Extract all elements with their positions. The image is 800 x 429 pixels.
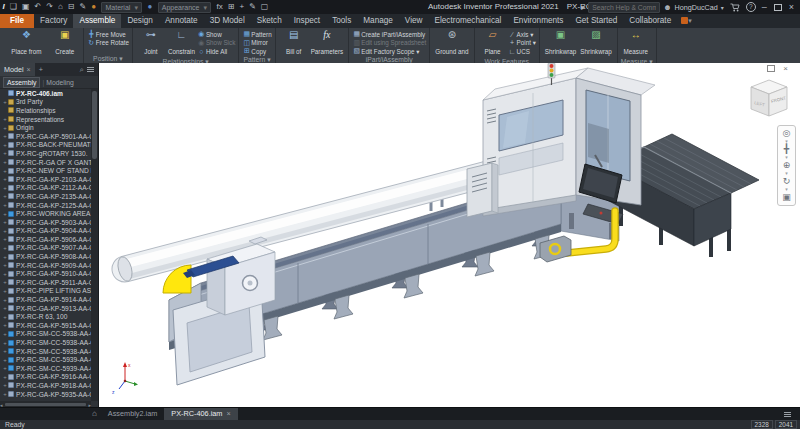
add-browser-tab-button[interactable]: + — [35, 65, 47, 74]
viewport[interactable]: x z × LEFT FRONT ◎▾ ╋▾ ⊕▾ ↻▾ ▣ — [99, 63, 800, 408]
tree-node[interactable]: + PX-RC-SM-CC-5938-AA-COLOUR( — [0, 347, 91, 356]
material-dropdown[interactable]: Material▾ — [101, 2, 141, 13]
appearance-dropdown[interactable]: Appearance▾ — [158, 2, 211, 13]
redo-icon[interactable]: ↷ — [46, 2, 53, 12]
tree-node[interactable]: + PX-RC-GA-KP-5915-AA-COLOUR — [0, 321, 91, 330]
ribbon-overflow-icon[interactable]: ▾ — [681, 14, 692, 28]
menu-icon[interactable] — [87, 66, 94, 73]
tree-node[interactable]: + Representations — [0, 115, 91, 124]
ribbon-tab[interactable]: Annotate — [159, 14, 204, 28]
user-name[interactable]: HongDucCad — [675, 3, 718, 12]
ribbon-button[interactable]: ∕ Axis ▾ — [508, 30, 536, 39]
tree-node[interactable]: + PX-RC-GA-KP-2112-AA-COLOUR( — [0, 184, 91, 193]
tree-node[interactable]: + PX-RC-GA-KP-2125-AA-COLOUR( — [0, 201, 91, 210]
grid-icon[interactable]: ⊞ — [228, 2, 235, 12]
search-expand-icon[interactable]: ▸ — [581, 3, 585, 12]
undo-icon[interactable]: ↶ — [34, 2, 41, 12]
ribbon-tab[interactable]: Electromechanical — [428, 14, 507, 28]
tree-node[interactable]: + Origin — [0, 123, 91, 132]
tree-node[interactable]: + PX-RC-GA-KP-5918-AA-COLOUR( — [0, 381, 91, 390]
tree-node[interactable]: PX-RC-406.iam — [0, 89, 91, 98]
tree-node[interactable]: + PX-RC-GA-KP-5914-AA-COLOUR( — [0, 295, 91, 304]
subtab-modeling[interactable]: Modeling — [46, 79, 74, 86]
browser-tab-model[interactable]: Model × — [0, 63, 35, 76]
restore-document-button[interactable] — [767, 65, 775, 72]
tree-node[interactable]: + PX-RC-GA-KP-5901-AA-COLOUR( — [0, 132, 91, 141]
tree-node[interactable]: + PX-RC-GA-KP-5911-AA-COLOUR( — [0, 278, 91, 287]
tree-node[interactable]: + PX-RC-GA-KP-5913-AA-COLOUR( — [0, 304, 91, 313]
minimize-button[interactable]: – — [762, 2, 767, 12]
inventor-logo-icon[interactable]: I — [3, 2, 5, 12]
home-icon[interactable]: ⌂ — [58, 2, 63, 12]
tree-node[interactable]: + PX-RC-R 63, 100 — [0, 312, 91, 321]
ribbon-button[interactable]: ▦ Create iPart/iAssembly — [352, 30, 426, 39]
box-icon[interactable]: ▢ — [261, 2, 269, 12]
save-icon[interactable]: ▣ — [22, 2, 30, 12]
ribbon-tab[interactable]: 3D Model — [204, 14, 251, 28]
ribbon-tab[interactable]: File — [0, 14, 34, 28]
look-at-icon[interactable]: ▣ — [782, 192, 791, 203]
tree-node[interactable]: + PX-RC-gROTARY 1530. — [0, 149, 91, 158]
ribbon-button[interactable]: ∟ UCS — [508, 47, 536, 56]
ribbon-tab[interactable]: Design — [121, 14, 159, 28]
print-icon[interactable]: ⊟ — [68, 2, 75, 12]
browser-vertical-scrollbar[interactable] — [91, 89, 98, 401]
tree-node[interactable]: + PX-RC-GA-KP-2103-AA-COLOUR( — [0, 175, 91, 184]
document-tab[interactable]: PX-RC-406.iam× — [164, 408, 237, 420]
ribbon-tab[interactable]: Inspect — [288, 14, 326, 28]
restore-button[interactable] — [774, 4, 782, 11]
tree-node[interactable]: + PX-RC-SM-CC-5939-AA-COLOUR( — [0, 364, 91, 373]
search-icon[interactable]: ⌕ — [80, 65, 84, 75]
tree-node[interactable]: + PX-RC-SM-CC-5938-AA-COLOUR( — [0, 330, 91, 339]
home-tab-icon[interactable]: ⌂ — [92, 408, 97, 420]
tree-node[interactable]: + 3rd Party — [0, 98, 91, 107]
tree-node[interactable]: + PX-RC-GA-KP-5903-AA-COLOUR( — [0, 218, 91, 227]
ribbon-button[interactable]: + Point ▾ — [508, 39, 536, 48]
ribbon-button[interactable]: ↻ Free Rotate — [87, 39, 129, 48]
cart-icon[interactable] — [730, 3, 740, 12]
tree-node[interactable]: + PX-RC-GA-KP-5904-AA-COLOUR( — [0, 227, 91, 236]
fx-icon[interactable]: fx — [217, 2, 223, 12]
search-input[interactable] — [588, 2, 660, 13]
tree-node[interactable]: + PX-RC-GA-KP-5909-AA-COLOUR( — [0, 261, 91, 270]
ribbon-tab[interactable]: Factory — [34, 14, 73, 28]
tree-node[interactable]: + PX-RC-GA-KP-5935-AA-COLOUR( — [0, 390, 91, 399]
tree-node[interactable]: + PX-RC-GA-KP-5910-AA-COLOUR( — [0, 269, 91, 278]
ribbon-button[interactable]: ▧ Edit Factory Scope ▾ — [352, 47, 426, 56]
ribbon-button[interactable]: ∟ Constrain — [166, 29, 197, 58]
tree-node[interactable]: + PX-RC-R-GA OF X GANTRY ASSEM — [0, 158, 91, 167]
open-folder-icon[interactable]: ❏ — [10, 2, 17, 12]
sketch-icon[interactable]: ✎ — [79, 2, 86, 12]
ribbon-tab[interactable]: Collaborate — [623, 14, 677, 28]
plus-icon[interactable]: + — [239, 2, 244, 12]
help-icon[interactable]: ? — [746, 2, 756, 12]
ribbon-button[interactable]: ↔ Measure — [621, 29, 651, 58]
ribbon-tab[interactable]: Get Started — [569, 14, 623, 28]
ribbon-tab[interactable]: Environments — [507, 14, 569, 28]
ribbon-button[interactable]: ○ Hide All — [197, 47, 235, 56]
ribbon-button[interactable]: ⊞ Copy — [242, 47, 271, 56]
chevron-down-icon[interactable]: ▾ — [721, 4, 724, 11]
sphere2-icon[interactable]: ● — [147, 2, 152, 12]
tab-list-menu-icon[interactable] — [784, 411, 791, 418]
tree-node[interactable]: + PX-RC-GA-KP-5908-AA-COLOUR( — [0, 252, 91, 261]
ribbon-tab[interactable]: Sketch — [251, 14, 288, 28]
ribbon-tab[interactable]: Manage — [357, 14, 399, 28]
close-button[interactable]: × — [789, 2, 794, 12]
tree-node[interactable]: + PX-RC-GA-KP-5916-AA-COLOUR( — [0, 373, 91, 382]
ribbon-button[interactable]: ◉ Show — [197, 30, 235, 39]
tree-node[interactable]: + PX-RC-SM-CC-5938-AA-COLOUR( — [0, 338, 91, 347]
ribbon-tab[interactable]: Tools — [326, 14, 357, 28]
tree-node[interactable]: + PX-RC-GA-KP-2135-AA-COLOUR( — [0, 192, 91, 201]
ribbon-button[interactable]: ◫ Mirror — [242, 39, 271, 48]
ribbon-tab[interactable]: Assemble — [73, 14, 121, 28]
document-tab[interactable]: Assembly2.iam× — [101, 408, 164, 420]
tree-node[interactable]: + PX-RC-NEW OF STAND FOR GLOB — [0, 166, 91, 175]
sphere-icon[interactable]: ● — [91, 2, 96, 12]
tree-node[interactable]: + PX-RC-SM-CC-5939-AA-COLOUR( — [0, 355, 91, 364]
tree-node[interactable]: + PX-RC-WORKING AREA L6-COLOU — [0, 209, 91, 218]
ribbon-button[interactable]: ▦ Pattern — [242, 30, 271, 39]
ribbon-tab[interactable]: View — [399, 14, 429, 28]
tree-node[interactable]: + PX-RC-PIPE LIFTING ASM FOR GL( — [0, 287, 91, 296]
close-icon[interactable]: × — [27, 63, 31, 76]
